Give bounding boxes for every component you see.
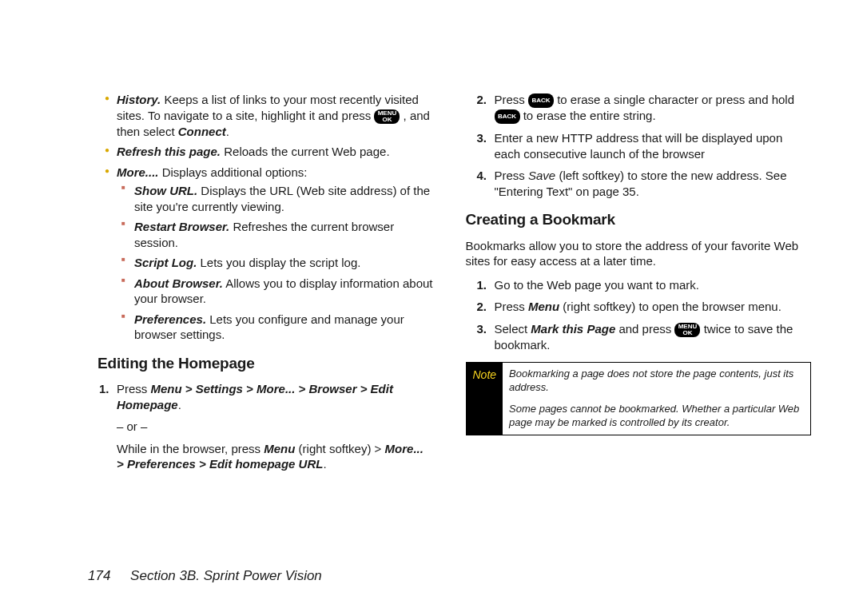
text: Displays additional options:: [159, 165, 308, 179]
menu-label: Menu: [264, 442, 295, 455]
mark-page-label: Mark this Page: [531, 322, 615, 336]
sub-lead: About Browser.: [134, 276, 223, 290]
left-column: History. Keeps a list of links to your m…: [88, 92, 434, 479]
text: (right softkey) >: [295, 442, 384, 455]
menu-ok-key-icon: MENU OK: [674, 323, 700, 337]
heading-creating-bookmark: Creating a Bookmark: [466, 210, 812, 230]
feature-bullet-list: History. Keeps a list of links to your m…: [88, 92, 434, 343]
sub-about-browser: About Browser. Allows you to display inf…: [117, 276, 434, 307]
step-number: 2.: [477, 299, 487, 315]
bullet-lead: Refresh this page.: [117, 145, 221, 158]
two-column-layout: History. Keeps a list of links to your m…: [88, 92, 811, 479]
sub-restart-browser: Restart Browser. Refreshes the current b…: [117, 219, 434, 250]
text: .: [178, 398, 181, 411]
text: to erase the entire string.: [523, 109, 656, 122]
text: Keeps a list of links to your most recen…: [117, 93, 419, 122]
step-number: 4.: [477, 168, 487, 184]
page-number: 174: [88, 568, 110, 583]
back-key-icon: BACK: [495, 109, 520, 124]
menu-ok-key-icon: MENU OK: [374, 109, 400, 124]
sub-script-log: Script Log. Lets you display the script …: [117, 255, 434, 271]
bullet-more: More.... Displays additional options: Sh…: [88, 165, 434, 343]
step-2: 2. Press BACK to erase a single characte…: [466, 92, 812, 124]
bullet-refresh: Refresh this page. Reloads the current W…: [88, 144, 434, 160]
more-sub-list: Show URL. Displays the URL (Web site add…: [117, 183, 434, 343]
text: While in the browser, press: [117, 442, 264, 455]
bm-step-1: 1. Go to the Web page you want to mark.: [466, 277, 812, 293]
right-column: 2. Press BACK to erase a single characte…: [466, 92, 812, 479]
editing-steps: 1. Press Menu > Settings > More... > Bro…: [88, 381, 434, 472]
text: and press: [615, 322, 674, 336]
sub-preferences: Preferences. Lets you configure and mana…: [117, 312, 434, 343]
manual-page: History. Keeps a list of links to your m…: [0, 0, 863, 616]
note-p1: Bookmarking a page does not store the pa…: [509, 368, 804, 395]
back-key-icon: BACK: [528, 93, 554, 108]
step-number: 3.: [477, 130, 487, 146]
text: Press: [117, 382, 151, 395]
note-label: Note: [467, 363, 503, 435]
bookmark-intro: Bookmarks allow you to store the address…: [466, 238, 812, 269]
text: to erase a single character or press and…: [557, 93, 794, 106]
step-number: 1.: [99, 381, 109, 397]
menu-path: Menu > Settings > More... > Browser > Ed…: [117, 382, 393, 411]
note-p2: Some pages cannot be bookmarked. Whether…: [509, 403, 804, 430]
text: Lets you display the script log.: [197, 256, 360, 269]
step-number: 1.: [477, 277, 487, 293]
text: Enter a new HTTP address that will be di…: [495, 131, 783, 161]
step-number: 2.: [477, 92, 487, 108]
bm-step-3: 3. Select Mark this Page and press MENU …: [466, 321, 812, 353]
text: Go to the Web page you want to mark.: [495, 278, 700, 292]
step-number: 3.: [477, 321, 487, 337]
step-3: 3. Enter a new HTTP address that will be…: [466, 130, 812, 161]
connect-label: Connect: [178, 125, 226, 138]
sub-lead: Show URL.: [134, 184, 197, 197]
bullet-lead: History.: [117, 93, 161, 106]
sub-show-url: Show URL. Displays the URL (Web site add…: [117, 183, 434, 214]
menu-label: Menu: [528, 300, 559, 313]
note-box: Note Bookmarking a page does not store t…: [466, 362, 812, 435]
bm-step-2: 2. Press Menu (right softkey) to open th…: [466, 299, 812, 315]
or-separator: – or –: [117, 419, 434, 435]
step-4: 4. Press Save (left softkey) to store th…: [466, 168, 812, 199]
text: Press: [495, 169, 529, 182]
text: Reloads the current Web page.: [221, 145, 390, 158]
text: .: [323, 457, 326, 471]
text: (right softkey) to open the browser menu…: [559, 300, 781, 313]
sub-lead: Restart Browser.: [134, 220, 229, 233]
text: Press: [495, 300, 529, 313]
sub-lead: Script Log.: [134, 256, 197, 269]
save-label: Save: [528, 169, 555, 182]
text: Press: [495, 93, 529, 106]
page-footer: 174 Section 3B. Sprint Power Vision: [88, 568, 322, 584]
editing-steps-cont: 2. Press BACK to erase a single characte…: [466, 92, 812, 199]
bullet-history: History. Keeps a list of links to your m…: [88, 92, 434, 139]
heading-editing-homepage: Editing the Homepage: [97, 354, 434, 374]
section-title: Section 3B. Sprint Power Vision: [130, 568, 322, 583]
sub-lead: Preferences.: [134, 312, 206, 326]
bookmark-steps: 1. Go to the Web page you want to mark. …: [466, 277, 812, 353]
text: Select: [495, 322, 531, 336]
text: .: [226, 125, 229, 138]
note-text: Bookmarking a page does not store the pa…: [503, 363, 810, 435]
bullet-lead: More....: [117, 165, 159, 179]
step-1: 1. Press Menu > Settings > More... > Bro…: [88, 381, 434, 472]
